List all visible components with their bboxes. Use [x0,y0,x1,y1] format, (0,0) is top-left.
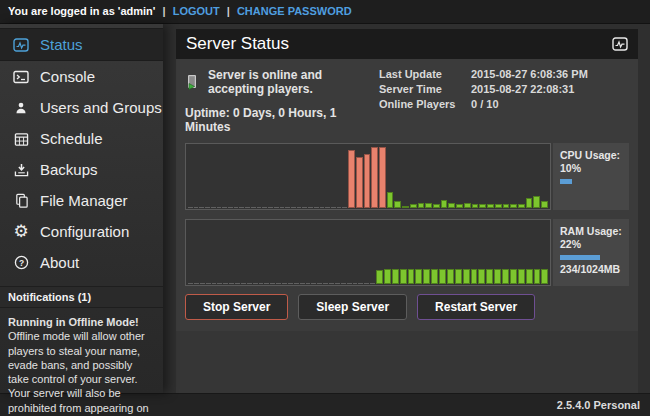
chart-bar [503,204,510,208]
sidebar-item-label: File Manager [40,192,128,209]
chart-bar [494,269,501,284]
chart-bar [495,204,502,208]
info-label: Online Players [379,98,471,110]
chart-bar [270,283,275,284]
chart-bar [487,204,494,208]
chart-bar [228,207,233,208]
chart-bar [259,283,264,284]
ram-legend-swatch [560,255,600,260]
sidebar-item-console[interactable]: Console [0,61,163,92]
chart-bar [245,207,250,208]
server-info-table: Last Update2015-08-27 6:08:36 PM Server … [379,68,629,134]
chart-bar [370,283,375,284]
chart-bar [394,201,401,208]
cpu-legend-swatch [560,179,572,184]
chart-bar [471,269,478,284]
server-status-message: Server is online and accepting players. [208,68,379,96]
chart-bar [329,283,334,284]
top-bar: You are logged in as 'admin' | LOGOUT | … [0,0,650,24]
chart-bar [291,207,296,208]
chart-bar [518,204,525,208]
chart-bar [194,207,199,208]
svg-text:?: ? [18,258,23,268]
chart-bar [337,207,342,208]
sidebar-item-label: Schedule [40,130,103,147]
cpu-legend: CPU Usage: 10% [553,143,629,210]
chart-bar [364,283,369,284]
chart-bar [294,283,299,284]
version-text: 2.5.4.0 Personal [557,399,640,411]
chart-bar [274,207,279,208]
sidebar-item-about[interactable]: ? About [0,247,163,278]
separator: | [163,5,166,17]
user-icon [10,101,32,115]
chart-bar [314,207,319,208]
sidebar-item-configuration[interactable]: ⚙ Configuration [0,216,163,247]
chart-bar [425,203,432,208]
chart-bar [463,269,470,284]
chart-bar [376,270,383,284]
sidebar-item-schedule[interactable]: Schedule [0,123,163,154]
chart-bar [302,207,307,208]
sidebar-item-users-and-groups[interactable]: Users and Groups [0,92,163,123]
ram-legend-detail: 234/1024MB [560,263,622,276]
chart-bar [356,157,363,208]
cpu-legend-value: 10% [560,162,622,175]
restart-server-button[interactable]: Restart Server [417,294,535,320]
chart-bar [342,207,347,208]
sidebar-item-label: Console [40,68,95,85]
server-online-icon [185,74,199,91]
console-icon [10,70,32,84]
cpu-chart-row: CPU Usage: 10% [185,143,629,210]
chart-bar [408,269,415,284]
chart-bar [418,203,425,208]
chart-bar [311,283,316,284]
chart-bar [379,147,386,208]
logout-link[interactable]: LOGOUT [173,5,220,17]
sidebar-item-label: Configuration [40,223,129,240]
notifications-header: Notifications (1) [0,286,163,308]
chart-bar [268,207,273,208]
sidebar-item-label: About [40,254,79,271]
info-label: Server Time [379,83,471,95]
chart-bar [348,150,355,208]
chart-bar [229,283,234,284]
sidebar-item-label: Status [40,36,83,53]
ram-usage-chart [185,219,551,286]
chart-bar [199,207,204,208]
change-password-link[interactable]: CHANGE PASSWORD [237,5,352,17]
sidebar-item-status[interactable]: Status [0,28,163,61]
gear-icon: ⚙ [10,224,32,239]
info-label: Last Update [379,68,471,80]
notification-body-text: Offline mode will allow other players to… [8,330,152,416]
chart-bar [217,283,222,284]
chart-bar [194,283,199,284]
cpu-usage-chart [185,143,551,210]
chart-bar [285,207,290,208]
chart-bar [306,283,311,284]
chart-bar [223,283,228,284]
app-window: You are logged in as 'admin' | LOGOUT | … [0,0,650,416]
sidebar-item-file-manager[interactable]: File Manager [0,185,163,216]
logged-in-text: You are logged in as 'admin' [8,5,155,17]
stop-server-button[interactable]: Stop Server [185,294,288,320]
chart-bar [486,269,493,284]
chart-bar [308,207,313,208]
ram-legend: RAM Usage: 22% 234/1024MB [553,219,629,286]
ram-chart-row: RAM Usage: 22% 234/1024MB [185,219,629,286]
chart-bar [253,283,258,284]
page-title: Server Status [186,34,612,54]
chart-bar [276,283,281,284]
chart-bar [510,269,517,284]
sidebar-item-backups[interactable]: Backups [0,154,163,185]
chart-bar [439,269,446,284]
chart-bar [441,200,448,208]
chart-bar [188,207,193,208]
sleep-server-button[interactable]: Sleep Server [298,294,407,320]
chart-bar [335,283,340,284]
chart-bar [371,147,378,208]
chart-bar [205,207,210,208]
chart-bar [353,283,358,284]
chart-bar [212,283,217,284]
question-circle-icon: ? [10,255,32,270]
